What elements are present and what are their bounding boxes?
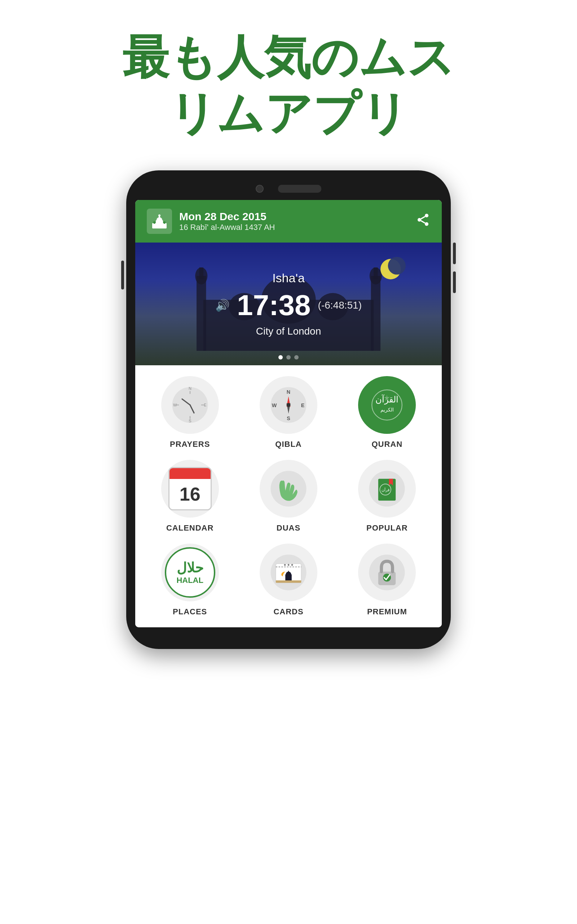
dot-3 — [294, 355, 298, 360]
svg-rect-0 — [152, 223, 167, 228]
menu-item-places[interactable]: حلال HALAL PLACES — [142, 544, 237, 617]
svg-point-7 — [425, 214, 429, 217]
cards-label: CARDS — [273, 607, 303, 617]
volume-down-button[interactable] — [453, 271, 456, 293]
calendar-top-bar — [169, 468, 211, 479]
cards-icon-circle: ★ ★ ★ — [259, 544, 318, 601]
svg-text:N: N — [189, 386, 192, 391]
phone-frame: Mon 28 Dec 2015 16 Rabī' al-Awwal 1437 A… — [126, 170, 451, 649]
prayers-label: PRAYERS — [170, 439, 210, 449]
svg-text:S: S — [189, 419, 191, 423]
menu-item-quran[interactable]: القرآن الكريم QURAN — [340, 376, 435, 449]
svg-text:N: N — [287, 389, 290, 395]
prayer-name: Isha'a — [272, 271, 305, 285]
page-indicators — [279, 355, 298, 360]
menu-item-premium[interactable]: PREMIUM — [340, 544, 435, 617]
premium-icon — [367, 552, 407, 592]
menu-item-prayers[interactable]: N S W E PRAYERS — [142, 376, 237, 449]
quran-label: QURAN — [371, 439, 403, 449]
svg-text:W: W — [173, 403, 177, 407]
prayers-icon: N S W E — [170, 385, 210, 425]
popular-label: POPULAR — [366, 523, 408, 533]
halal-circle: حلال HALAL — [165, 547, 215, 598]
phone-screen: Mon 28 Dec 2015 16 Rabī' al-Awwal 1437 A… — [135, 200, 442, 627]
svg-line-10 — [421, 221, 425, 223]
svg-text:★ ★ ★: ★ ★ ★ — [284, 563, 294, 567]
calendar-icon-circle: 16 — [161, 460, 219, 518]
hero-title: 最も人気のムス リムアプリ — [122, 29, 455, 142]
halal-label: HALAL — [176, 576, 203, 585]
places-icon-circle: حلال HALAL — [161, 544, 219, 601]
halal-arabic-text: حلال — [177, 560, 203, 576]
svg-text:E: E — [301, 402, 305, 408]
gregorian-date: Mon 28 Dec 2015 — [179, 210, 275, 223]
duas-label: DUAS — [277, 523, 300, 533]
power-button[interactable] — [121, 261, 124, 289]
menu-item-cards[interactable]: ★ ★ ★ CARDS — [241, 544, 336, 617]
prayers-icon-circle: N S W E — [161, 376, 219, 434]
svg-rect-59 — [288, 571, 289, 575]
svg-rect-3 — [159, 216, 160, 221]
svg-point-42 — [286, 403, 290, 407]
svg-point-8 — [417, 218, 421, 221]
prayer-content: Isha'a 🔊 17:38 (-6:48:51) City of London — [135, 242, 442, 365]
calendar-label: CALENDAR — [166, 523, 213, 533]
svg-text:S: S — [287, 415, 290, 421]
premium-label: PREMIUM — [367, 607, 407, 617]
sound-icon[interactable]: 🔊 — [215, 299, 230, 312]
quran-icon-circle: القرآن الكريم — [358, 376, 416, 434]
dot-2 — [286, 355, 291, 360]
share-button[interactable] — [416, 213, 430, 230]
premium-icon-circle — [358, 544, 416, 601]
volume-up-button[interactable] — [453, 242, 456, 264]
qibla-label: QIBLA — [275, 439, 301, 449]
duas-icon — [269, 469, 308, 509]
prayer-time-row: 🔊 17:38 (-6:48:51) — [215, 289, 362, 322]
header-dates: Mon 28 Dec 2015 16 Rabī' al-Awwal 1437 A… — [179, 210, 275, 232]
hijri-date: 16 Rabī' al-Awwal 1437 AH — [179, 223, 275, 232]
svg-text:الكريم: الكريم — [380, 407, 394, 413]
app-header: Mon 28 Dec 2015 16 Rabī' al-Awwal 1437 A… — [135, 200, 442, 242]
menu-item-popular[interactable]: قرآن POPULAR — [340, 460, 435, 533]
hero-line2: リムアプリ — [122, 85, 455, 142]
svg-point-9 — [425, 222, 429, 226]
prayer-city: City of London — [256, 326, 321, 337]
svg-rect-6 — [163, 221, 166, 224]
qibla-icon: N S W E — [269, 385, 308, 425]
calendar-number: 16 — [169, 479, 211, 509]
calendar-icon-inner: 16 — [168, 467, 212, 510]
header-left: Mon 28 Dec 2015 16 Rabī' al-Awwal 1437 A… — [147, 208, 275, 234]
duas-icon-circle — [259, 460, 318, 518]
places-label: PLACES — [173, 607, 207, 617]
cards-icon: ★ ★ ★ — [269, 552, 308, 592]
phone-top-bar — [135, 185, 442, 193]
mosque-icon — [150, 212, 168, 230]
svg-text:قرآن: قرآن — [382, 488, 390, 492]
svg-rect-60 — [276, 580, 301, 583]
prayer-countdown: (-6:48:51) — [318, 300, 362, 311]
menu-grid: N S W E PRAYERS N S W E — [135, 365, 442, 627]
phone-speaker — [278, 185, 321, 193]
svg-text:W: W — [272, 402, 277, 408]
dot-1 — [279, 355, 283, 360]
popular-icon-circle: قرآن — [358, 460, 416, 518]
prayer-time: 17:38 — [237, 289, 311, 322]
prayer-section: Isha'a 🔊 17:38 (-6:48:51) City of London — [135, 242, 442, 365]
svg-rect-5 — [153, 221, 155, 224]
menu-item-duas[interactable]: DUAS — [241, 460, 336, 533]
popular-icon: قرآن — [367, 469, 407, 509]
menu-item-calendar[interactable]: 16 CALENDAR — [142, 460, 237, 533]
front-camera — [256, 185, 264, 193]
menu-item-qibla[interactable]: N S W E QIBLA — [241, 376, 336, 449]
qibla-icon-circle: N S W E — [259, 376, 318, 434]
hero-line1: 最も人気のムス — [122, 29, 455, 85]
svg-line-11 — [421, 216, 425, 219]
mosque-logo — [147, 208, 172, 234]
svg-text:E: E — [204, 403, 206, 407]
svg-point-4 — [158, 215, 161, 216]
quran-icon: القرآن الكريم — [367, 385, 407, 425]
